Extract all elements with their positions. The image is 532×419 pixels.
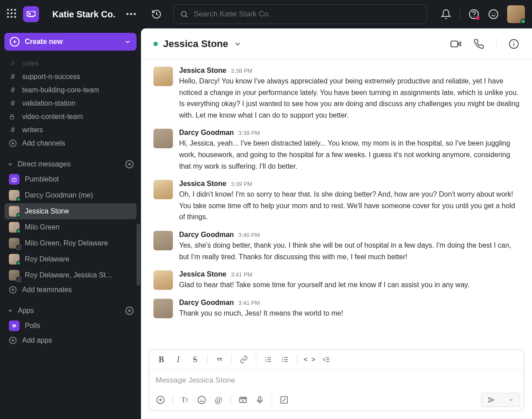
svg-point-36: [513, 41, 514, 42]
chat-header: Jessica Stone: [141, 28, 532, 59]
ordered-list-button[interactable]: 123: [261, 352, 276, 367]
quote-button[interactable]: [212, 352, 227, 367]
attach-button[interactable]: [153, 393, 168, 407]
add-dm-icon[interactable]: [125, 160, 134, 169]
sidebar-scrollbar[interactable]: [137, 224, 140, 286]
shortcut-button[interactable]: [277, 393, 292, 407]
message-text: Hi, Jessica, yeah... I've been distracte…: [179, 138, 520, 172]
channel-item[interactable]: #validation-station: [4, 97, 137, 110]
user-avatar[interactable]: [507, 5, 525, 23]
search-box[interactable]: [173, 4, 427, 24]
message-avatar[interactable]: [153, 180, 173, 199]
channel-item-partial[interactable]: # sales: [4, 57, 137, 70]
brand-logo[interactable]: [23, 6, 39, 22]
add-channels-button[interactable]: Add channels: [4, 137, 137, 150]
channel-item[interactable]: #team-building-core-team: [4, 83, 137, 97]
plus-circle-icon: [9, 336, 17, 344]
message-author[interactable]: Darcy Goodman: [179, 129, 234, 137]
search-input[interactable]: [194, 10, 420, 19]
user-avatar: [9, 190, 20, 201]
svg-rect-16: [12, 178, 16, 182]
help-icon[interactable]: [468, 8, 480, 20]
channel-item[interactable]: #support-n-success: [4, 70, 137, 83]
mention-button[interactable]: @: [211, 393, 226, 407]
channel-label: support-n-success: [22, 73, 80, 81]
phone-call-icon[interactable]: [473, 38, 485, 50]
history-icon[interactable]: [150, 8, 163, 20]
channel-item[interactable]: video-content-team: [4, 110, 137, 123]
workspace-name[interactable]: Katie Stark Co.: [52, 9, 115, 20]
more-icon[interactable]: •••: [126, 10, 137, 19]
svg-point-8: [494, 13, 495, 14]
hash-icon: #: [9, 59, 17, 67]
add-teammates-button[interactable]: Add teammates: [4, 283, 137, 296]
message-author[interactable]: Darcy Goodman: [179, 231, 234, 239]
link-button[interactable]: [236, 352, 251, 367]
message-avatar[interactable]: [153, 299, 173, 318]
messages-pane[interactable]: Jessica Stone3:38 PMHello, Darcy! You kn…: [141, 59, 532, 349]
send-button[interactable]: [481, 393, 501, 407]
notifications-icon[interactable]: [440, 8, 452, 20]
dm-label: Milo Green: [25, 223, 59, 231]
add-app-icon[interactable]: [125, 306, 134, 315]
message-composer: B I S 123: [149, 349, 524, 411]
create-label: Create new: [25, 38, 63, 46]
svg-point-57: [203, 399, 203, 400]
dm-item[interactable]: Darcy Goodman (me): [4, 187, 137, 203]
emoji-picker-button[interactable]: [194, 393, 209, 407]
dm-section-header[interactable]: Direct messages: [4, 157, 137, 171]
message-author[interactable]: Jessica Stone: [179, 270, 227, 278]
dm-item[interactable]: 2Roy Delaware, Jessica St…: [4, 267, 137, 283]
message-author[interactable]: Jessica Stone: [179, 180, 227, 188]
channel-item[interactable]: #writers: [4, 123, 137, 137]
message-author[interactable]: Jessica Stone: [179, 67, 227, 75]
message-avatar[interactable]: [153, 270, 173, 290]
apps-section-header[interactable]: Apps: [4, 304, 137, 318]
info-icon[interactable]: [508, 38, 520, 50]
message-input[interactable]: [149, 370, 524, 391]
code-block-button[interactable]: [319, 352, 334, 367]
dm-item[interactable]: Jessica Stone: [4, 203, 137, 219]
message-avatar[interactable]: [153, 67, 173, 86]
video-call-icon[interactable]: [450, 38, 462, 50]
message: Darcy Goodman3:39 PMHi, Jessica, yeah...…: [153, 129, 520, 172]
message-text: Yes, she's doing better, thank you. I th…: [179, 240, 520, 262]
presence-indicator: [153, 42, 158, 46]
text-format-button[interactable]: TT: [177, 393, 192, 407]
chat-title[interactable]: Jessica Stone: [163, 38, 228, 50]
hash-icon: #: [9, 126, 17, 134]
app-item-polls[interactable]: Polls: [4, 318, 137, 334]
dm-item[interactable]: 2Milo Green, Roy Delaware: [4, 235, 137, 251]
message-avatar[interactable]: [153, 129, 173, 148]
send-options-button[interactable]: [501, 393, 520, 407]
lock-icon: [9, 114, 17, 120]
dm-label: Milo Green, Roy Delaware: [25, 239, 108, 247]
svg-point-56: [200, 399, 201, 400]
add-apps-button[interactable]: Add apps: [4, 334, 137, 347]
chevron-down-icon[interactable]: [234, 40, 242, 48]
svg-line-3: [186, 16, 188, 18]
message-author[interactable]: Darcy Goodman: [179, 299, 234, 307]
italic-button[interactable]: I: [171, 352, 186, 367]
apps-grid-icon[interactable]: [7, 9, 18, 20]
bullet-list-button[interactable]: [278, 352, 293, 367]
dm-item[interactable]: Roy Delaware: [4, 251, 137, 267]
bold-button[interactable]: B: [154, 352, 169, 367]
chevron-down-icon: [7, 161, 13, 167]
dm-item[interactable]: Pumblebot: [4, 171, 137, 187]
dm-item[interactable]: Milo Green: [4, 219, 137, 235]
emoji-icon[interactable]: [488, 8, 499, 20]
strikethrough-button[interactable]: S: [188, 352, 203, 367]
group-avatar: 2: [9, 238, 20, 249]
hash-icon: #: [9, 99, 17, 107]
create-new-button[interactable]: + Create new: [4, 33, 137, 51]
message-avatar[interactable]: [153, 231, 173, 250]
code-button[interactable]: < >: [302, 352, 317, 367]
svg-rect-1: [28, 13, 31, 15]
user-avatar: [9, 222, 20, 233]
message: Jessica Stone3:41 PMGlad to hear that! T…: [153, 270, 520, 291]
audio-attach-button[interactable]: [252, 393, 267, 407]
bot-icon: [9, 174, 20, 185]
video-attach-button[interactable]: [235, 393, 250, 407]
message: Jessica Stone3:39 PMOh, I didn't know! I…: [153, 180, 520, 223]
